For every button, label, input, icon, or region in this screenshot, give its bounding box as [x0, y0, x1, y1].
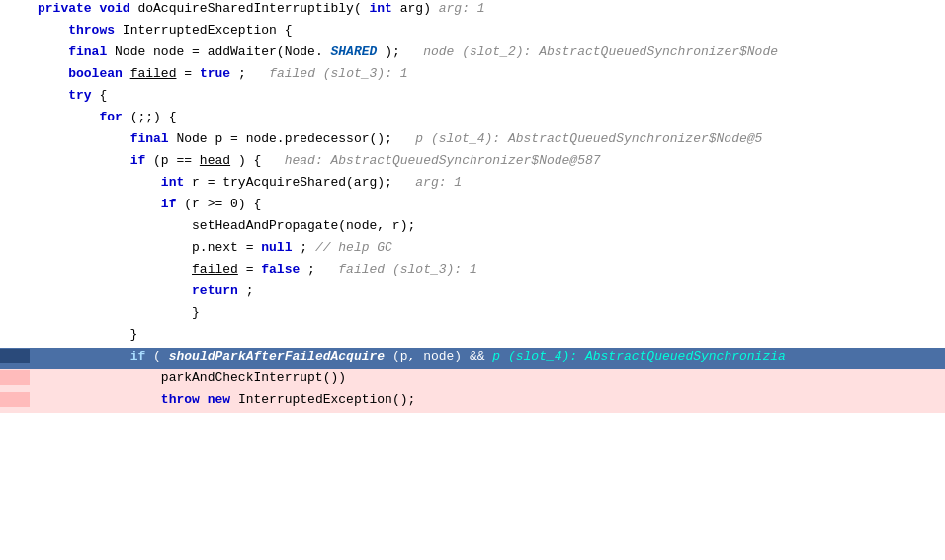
line-content-16: } — [30, 327, 945, 342]
keyword-final2: final — [130, 131, 169, 146]
set-head-call: setHeadAndPropagate(node, r); — [192, 218, 415, 233]
code-line-17-highlighted[interactable]: if ( shouldParkAfterFailedAcquire (p, no… — [0, 348, 945, 369]
keyword-final: final — [68, 44, 107, 59]
code-line-3: final Node node = addWaiter(Node. SHARED… — [0, 43, 945, 65]
line-content-12: p.next = null ; // help GC — [30, 240, 945, 255]
exception-ctor: InterruptedException(); — [238, 392, 415, 407]
should-park-method: shouldParkAfterFailedAcquire — [169, 349, 385, 363]
comment-gc: // help GC — [315, 240, 392, 255]
brace-open: { — [99, 88, 107, 103]
line-content-18: parkAndCheckInterrupt()) — [30, 370, 945, 385]
line-content-6: for (;;) { — [30, 110, 945, 124]
keyword-return: return — [192, 283, 238, 298]
keyword-true: true — [200, 66, 230, 81]
keyword-false: false — [261, 262, 300, 277]
hint-p2: p (slot_4): AbstractQueuedSynchronizia — [492, 349, 785, 363]
semicolon4: ; — [307, 262, 315, 277]
code-line-12: p.next = null ; // help GC — [0, 239, 945, 261]
if-cond: (p == — [153, 153, 200, 168]
exception: InterruptedException { — [123, 23, 293, 38]
code-line-16: } — [0, 326, 945, 348]
code-line-7: final Node p = node.predecessor(); p (sl… — [0, 130, 945, 152]
r-decl: r = tryAcquireShared(arg); — [192, 175, 392, 190]
param: arg) — [400, 1, 439, 16]
keyword-throws: throws — [68, 23, 115, 38]
line-content-13: failed = false ; failed (slot_3): 1 — [30, 262, 945, 277]
code-line-14: return ; — [0, 282, 945, 304]
gutter-19 — [0, 392, 30, 407]
if-park: ( — [153, 349, 161, 363]
hint-node: node (slot_2): AbstractQueuedSynchronize… — [408, 44, 778, 59]
hint-arg: arg: 1 — [439, 1, 485, 16]
if-open: ) { — [238, 153, 261, 168]
line-content-1: private void doAcquireSharedInterruptibl… — [30, 1, 945, 16]
failed-var2: failed — [192, 262, 238, 277]
keyword-for: for — [99, 110, 122, 124]
code-line-13: failed = false ; failed (slot_3): 1 — [0, 261, 945, 282]
node-p-decl: Node p = node.predecessor(); — [176, 131, 391, 146]
code-line-4: boolean failed = true ; failed (slot_3):… — [0, 65, 945, 87]
keyword-if3: if — [130, 349, 146, 363]
head-var: head — [200, 153, 230, 168]
keyword-private: private — [38, 1, 92, 16]
keyword-int2: int — [161, 175, 184, 190]
semicolon: ); — [385, 44, 400, 59]
node-decl: Node node = addWaiter(Node. — [115, 44, 323, 59]
code-line-6: for (;;) { — [0, 109, 945, 130]
line-content-8: if (p == head ) { head: AbstractQueuedSy… — [30, 153, 945, 168]
r-condition: (r >= 0) { — [184, 197, 261, 211]
line-content-5: try { — [30, 88, 945, 103]
line-content-10: if (r >= 0) { — [30, 197, 945, 211]
line-content-2: throws InterruptedException { — [30, 23, 945, 38]
hint-failed2: failed (slot_3): 1 — [323, 262, 477, 277]
method-name: doAcquireSharedInterruptibly( — [137, 1, 361, 16]
keyword-void: void — [99, 1, 129, 16]
hint-failed: failed (slot_3): 1 — [254, 66, 408, 81]
failed-var: failed — [130, 66, 177, 81]
park-args: (p, node) && — [392, 349, 492, 363]
line-content-3: final Node node = addWaiter(Node. SHARED… — [30, 44, 945, 59]
keyword-throw: throw — [161, 392, 200, 407]
keyword-if: if — [130, 153, 146, 168]
semicolon2: ; — [238, 66, 246, 81]
line-content-7: final Node p = node.predecessor(); p (sl… — [30, 131, 945, 146]
code-line-18-pink: parkAndCheckInterrupt()) — [0, 369, 945, 391]
semicolon5: ; — [246, 283, 254, 298]
code-line-11: setHeadAndPropagate(node, r); — [0, 217, 945, 239]
code-line-5: try { — [0, 87, 945, 109]
keyword-try: try — [68, 88, 91, 103]
code-editor: private void doAcquireSharedInterruptibl… — [0, 0, 945, 560]
code-line-15: } — [0, 304, 945, 326]
keyword-if2: if — [161, 197, 177, 211]
keyword-null: null — [261, 240, 292, 255]
assign2: = — [246, 262, 262, 277]
gutter-17 — [0, 349, 30, 363]
line-content-4: boolean failed = true ; failed (slot_3):… — [30, 66, 945, 81]
line-content-15: } — [30, 305, 945, 320]
code-line-2: throws InterruptedException { — [0, 22, 945, 43]
code-line-19-pink: throw new InterruptedException(); — [0, 391, 945, 413]
for-condition: (;;) { — [130, 110, 177, 124]
park-check-call: parkAndCheckInterrupt()) — [161, 370, 346, 385]
code-line-1: private void doAcquireSharedInterruptibl… — [0, 0, 945, 22]
hint-head: head: AbstractQueuedSynchronizer$Node@58… — [269, 153, 600, 168]
p-next: p.next = — [192, 240, 261, 255]
gutter-18 — [0, 370, 30, 385]
line-content-11: setHeadAndPropagate(node, r); — [30, 218, 945, 233]
line-content-19: throw new InterruptedException(); — [30, 392, 945, 407]
keyword-new: new — [208, 392, 230, 407]
code-line-10: if (r >= 0) { — [0, 196, 945, 217]
semicolon3: ; — [300, 240, 315, 255]
code-line-9: int r = tryAcquireShared(arg); arg: 1 — [0, 174, 945, 196]
line-content-9: int r = tryAcquireShared(arg); arg: 1 — [30, 175, 945, 190]
line-content-17: if ( shouldParkAfterFailedAcquire (p, no… — [30, 349, 945, 363]
code-line-8: if (p == head ) { head: AbstractQueuedSy… — [0, 152, 945, 174]
hint-arg2: arg: 1 — [400, 175, 462, 190]
keyword-boolean: boolean — [68, 66, 123, 81]
shared-const: SHARED — [331, 44, 378, 59]
keyword-int: int — [370, 1, 392, 16]
line-content-14: return ; — [30, 283, 945, 298]
hint-p: p (slot_4): AbstractQueuedSynchronizer$N… — [400, 131, 763, 146]
assign: = — [184, 66, 200, 81]
